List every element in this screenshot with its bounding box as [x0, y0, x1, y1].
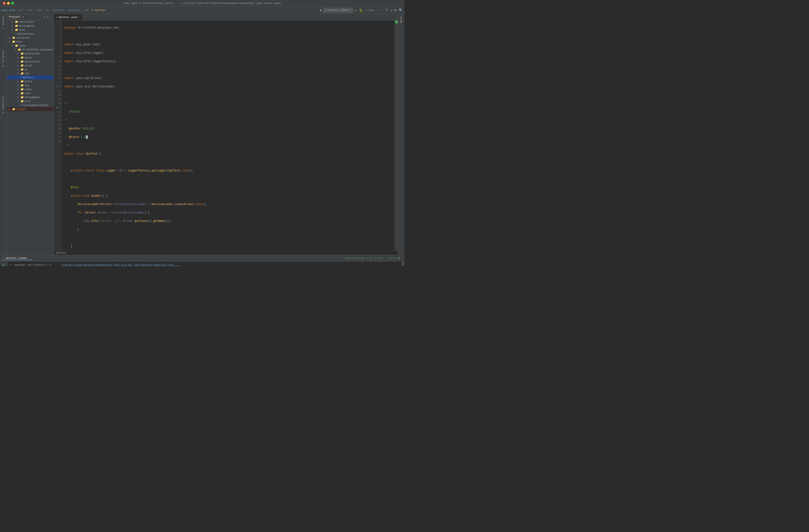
- run-tab-label: SpiTest.loader: [6, 257, 27, 259]
- folder-icon: 📁: [20, 84, 24, 87]
- toolbar-right: ◀ ⊙ SpiTest.loader ▾ ▶ 🐛 ■ Git: ✓ ✓ ⏱ ↺ …: [319, 8, 403, 13]
- scroll-up-icon[interactable]: ▲: [402, 262, 403, 265]
- run-config-selector[interactable]: ⊙ SpiTest.loader ▾: [323, 8, 354, 13]
- test-item-spitest[interactable]: ▼ ✓ SpiTest (tk.fishfis 20 ms: [9, 263, 58, 266]
- tree-item-jvm[interactable]: ▼ 📁 jvm: [7, 71, 53, 75]
- sync-icon[interactable]: ⚙: [44, 15, 45, 19]
- window-title: easy-java [~/Projects/easy-java] – .../s…: [123, 2, 281, 5]
- item-label: util: [19, 29, 25, 31]
- left-gutter: 1: Project Z: Structure 2: Favorites: [0, 14, 7, 255]
- breadcrumb-test[interactable]: test: [27, 9, 33, 12]
- git-check1[interactable]: ✓: [377, 8, 379, 13]
- git-revert-icon[interactable]: ↺: [390, 8, 393, 13]
- file-tree: ▶ 📁 controller ▶ 📁 threadpool ▶ 📁 util ⊙…: [7, 20, 53, 255]
- tree-item-redis[interactable]: ▶ 📁 redis: [7, 87, 53, 91]
- maven-label[interactable]: Maven: [400, 16, 403, 23]
- tree-item-test[interactable]: ▼ 📁 test: [7, 40, 53, 44]
- run-button-panel[interactable]: ▶: [3, 263, 5, 266]
- item-label: threadpool: [19, 24, 34, 27]
- settings-icon[interactable]: ⚙: [398, 256, 400, 260]
- breadcrumb-easyjava[interactable]: easyjava: [68, 9, 81, 12]
- breadcrumb-spitest[interactable]: ⊙ SpiTest: [92, 8, 106, 12]
- structure-tab-label[interactable]: Z: Structure: [2, 50, 5, 67]
- editor-tabs: ⊙ SpiTest.java ×: [54, 14, 398, 20]
- git-history-icon[interactable]: ⏱: [385, 8, 389, 12]
- item-label: tk.fishfish.easyjava: [22, 48, 53, 51]
- tree-item-threadpool-test[interactable]: ▶ 📁 threadpool: [7, 95, 53, 99]
- expand-arrow: ▼: [10, 264, 11, 266]
- folder-icon: 📁: [20, 88, 24, 91]
- java-path-link[interactable]: /Library/Java/JavaVirtualMachines/jdk1.8…: [61, 263, 180, 266]
- run-tab-close[interactable]: ×: [30, 257, 31, 259]
- tree-item-java[interactable]: ▼ 📁 java: [7, 44, 53, 48]
- arrow-icon: ▶: [17, 56, 20, 59]
- breadcrumb-part[interactable]: easy-java: [1, 9, 15, 12]
- folder-icon: 📁: [20, 92, 24, 95]
- item-label: task: [24, 92, 31, 95]
- back-icon[interactable]: ◀: [319, 8, 322, 13]
- item-label: target: [16, 108, 25, 111]
- tree-item-task[interactable]: ▶ 📁 task: [7, 91, 53, 95]
- tree-item-filetypeutils[interactable]: ⊙ FileTypeUtilsTest: [7, 103, 53, 107]
- run-button[interactable]: ▶: [355, 8, 358, 13]
- item-label: FileTypeUtilsTest: [22, 104, 49, 107]
- breadcrumb-java[interactable]: java: [36, 9, 42, 12]
- main-toolbar: easy-java › src › test › java › tk › fis…: [0, 6, 404, 14]
- code-content[interactable]: package tk.fishfish.easyjava.jvm; import…: [62, 20, 395, 251]
- current-file-label: SpiTest: [56, 252, 66, 254]
- arrow-icon: ▼: [17, 100, 20, 103]
- breadcrumb-jvm[interactable]: jvm: [84, 9, 88, 12]
- close-panel-icon[interactable]: −: [401, 257, 403, 260]
- minus-icon[interactable]: −: [50, 15, 52, 19]
- breadcrumb-fishfish[interactable]: fishfish: [52, 9, 65, 12]
- breadcrumb-tk[interactable]: tk: [46, 9, 49, 12]
- tree-item-threadpool[interactable]: ▶ 📁 threadpool: [7, 24, 53, 28]
- folder-icon: 📁: [20, 56, 24, 59]
- maximize-button[interactable]: [11, 2, 14, 5]
- tab-label: SpiTest.java: [58, 16, 77, 19]
- tree-item-util-test[interactable]: ▼ 📁 util: [7, 99, 53, 103]
- tree-item-tkfishfish[interactable]: ▼ 📁 tk.fishfish.easyjava: [7, 48, 53, 52]
- tree-item-util-main[interactable]: ▶ 📁 util: [7, 28, 53, 32]
- tree-item-async[interactable]: ▶ 📁 async: [7, 56, 53, 59]
- code-editor: 12345 678910 1112131415 ⊙16 17181920 ▶21…: [54, 20, 398, 251]
- arrow-icon: ▼: [9, 40, 12, 43]
- run-tab[interactable]: ⊙ SpiTest.loader ×: [1, 256, 33, 260]
- project-panel: Project ▾ ⚙ ⚙ − ▶ 📁 controller ▶ 📁 threa…: [7, 14, 54, 255]
- line-numbers: 12345 678910 1112131415 ⊙16 17181920 ▶21…: [54, 20, 62, 251]
- tree-item-spitest[interactable]: ⊙ SpiTest: [7, 75, 53, 80]
- layout-icon[interactable]: ⊞: [394, 8, 397, 13]
- output-scrollbar[interactable]: ▲ ▼: [401, 261, 404, 266]
- tree-item-resources[interactable]: ▶ 📁 resources: [7, 36, 53, 40]
- tree-item-datasource[interactable]: ▶ 📁 datasource: [7, 59, 53, 64]
- tree-item-log[interactable]: ▶ 📁 log: [7, 83, 53, 87]
- tab-spitest[interactable]: ⊙ SpiTest.java ×: [54, 14, 83, 20]
- settings-icon[interactable]: ⚙: [47, 15, 48, 19]
- git-check2[interactable]: ✓: [381, 8, 384, 13]
- arrow-icon: ▶: [9, 108, 12, 111]
- tree-item-annotation[interactable]: ▶ 📁 annotation: [7, 52, 53, 56]
- debug-button[interactable]: 🐛: [359, 8, 363, 13]
- arrow-icon: ▶: [17, 84, 20, 87]
- minimize-button[interactable]: [7, 2, 10, 5]
- tree-item-target[interactable]: ▶ 📁 target: [7, 107, 53, 111]
- favorites-tab-label[interactable]: 2: Favorites: [2, 97, 5, 114]
- tree-item-excel[interactable]: ▶ 📁 excel: [7, 64, 53, 68]
- project-tab-label[interactable]: 1: Project: [2, 15, 5, 30]
- window-controls[interactable]: [3, 2, 14, 5]
- arrow-icon: ▶: [17, 92, 20, 95]
- search-icon[interactable]: 🔍: [398, 8, 403, 13]
- item-label: io: [24, 68, 28, 71]
- tab-close-button[interactable]: ×: [79, 16, 80, 18]
- item-label: jvm: [24, 72, 29, 75]
- stop-button[interactable]: ■: [365, 8, 367, 12]
- tree-item-kafka[interactable]: ▶ 📁 kafka: [7, 80, 53, 83]
- tree-item-controller[interactable]: ▶ 📁 controller: [7, 20, 53, 24]
- close-button[interactable]: [3, 2, 5, 5]
- tree-item-application[interactable]: ⊙ Application: [7, 32, 53, 36]
- tree-item-io[interactable]: ▶ 📁 io: [7, 68, 53, 71]
- breadcrumb-src[interactable]: src: [19, 9, 23, 12]
- item-label: util: [24, 100, 31, 103]
- test-time: 20 ms: [45, 264, 52, 266]
- item-label: async: [24, 56, 32, 59]
